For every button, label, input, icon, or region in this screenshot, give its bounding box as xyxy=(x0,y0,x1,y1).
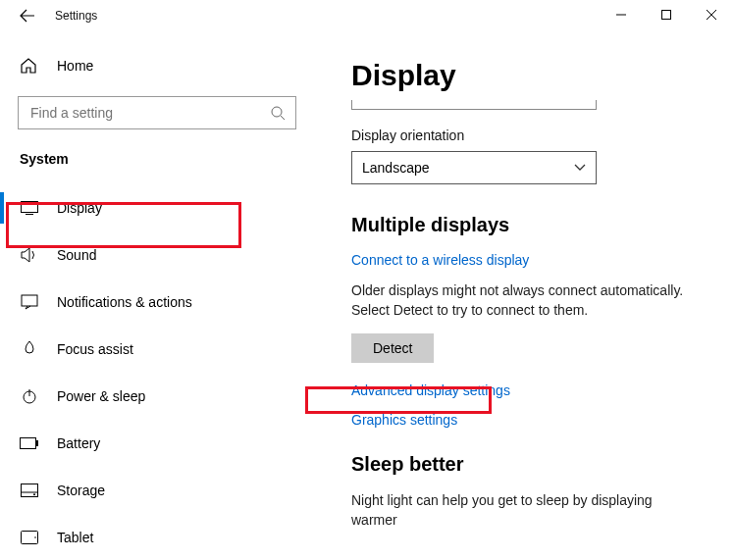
maximize-button[interactable] xyxy=(644,0,689,29)
svg-rect-10 xyxy=(36,440,38,446)
multiple-displays-heading: Multiple displays xyxy=(351,214,697,236)
sidebar-item-label: Focus assist xyxy=(57,341,133,357)
wireless-display-link[interactable]: Connect to a wireless display xyxy=(351,252,697,268)
orientation-label: Display orientation xyxy=(351,127,697,143)
advanced-display-link[interactable]: Advanced display settings xyxy=(351,382,697,398)
sidebar-item-label: Power & sleep xyxy=(57,388,145,404)
window-title: Settings xyxy=(55,9,97,23)
sidebar: Home System Display Sound xyxy=(0,31,314,560)
svg-point-15 xyxy=(34,536,36,538)
power-icon xyxy=(20,388,39,404)
chevron-down-icon xyxy=(574,164,586,172)
svg-rect-1 xyxy=(662,11,671,20)
sidebar-item-label: Display xyxy=(57,200,102,216)
sidebar-item-label: Storage xyxy=(57,483,105,498)
svg-rect-11 xyxy=(22,484,38,497)
arrow-left-icon xyxy=(20,8,35,24)
detect-description: Older displays might not always connect … xyxy=(351,281,697,320)
maximize-icon xyxy=(661,10,671,20)
main-content: Display Display orientation Landscape Mu… xyxy=(314,31,734,560)
display-icon xyxy=(20,201,39,215)
home-icon xyxy=(20,57,39,75)
svg-point-2 xyxy=(272,107,282,117)
minimize-button[interactable] xyxy=(599,0,644,29)
svg-point-13 xyxy=(33,493,35,495)
close-icon xyxy=(707,10,716,20)
sidebar-item-label: Sound xyxy=(57,247,96,263)
battery-icon xyxy=(20,437,39,449)
sleep-better-heading: Sleep better xyxy=(351,453,697,476)
window-controls xyxy=(599,0,734,29)
sidebar-item-sound[interactable]: Sound xyxy=(0,231,314,279)
search-icon xyxy=(270,105,286,121)
close-button[interactable] xyxy=(689,0,734,29)
search-input[interactable] xyxy=(28,104,270,122)
sidebar-item-label: Notifications & actions xyxy=(57,294,192,310)
orientation-value: Landscape xyxy=(362,160,430,176)
sidebar-item-power-sleep[interactable]: Power & sleep xyxy=(0,373,314,420)
notifications-icon xyxy=(20,294,39,310)
graphics-settings-link[interactable]: Graphics settings xyxy=(351,412,697,428)
sidebar-home-label: Home xyxy=(57,58,93,74)
back-button[interactable] xyxy=(16,4,39,27)
search-box[interactable] xyxy=(18,96,296,129)
svg-rect-9 xyxy=(21,438,36,449)
sound-icon xyxy=(20,247,39,263)
orientation-select[interactable]: Landscape xyxy=(351,151,597,184)
svg-line-3 xyxy=(281,116,285,120)
sidebar-item-label: Tablet xyxy=(57,530,93,545)
sidebar-item-tablet[interactable]: Tablet xyxy=(0,514,314,560)
sidebar-item-label: Battery xyxy=(57,435,100,451)
sidebar-item-focus-assist[interactable]: Focus assist xyxy=(0,326,314,373)
svg-rect-4 xyxy=(22,202,38,213)
sidebar-item-display[interactable]: Display xyxy=(0,184,314,231)
svg-rect-6 xyxy=(22,295,37,306)
page-title: Display xyxy=(351,59,697,92)
sleep-better-text: Night light can help you get to sleep by… xyxy=(351,491,697,530)
sidebar-home[interactable]: Home xyxy=(0,47,314,84)
sidebar-nav: Display Sound Notifications & actions Fo… xyxy=(0,177,314,560)
sidebar-item-battery[interactable]: Battery xyxy=(0,420,314,467)
detect-button[interactable]: Detect xyxy=(351,333,434,363)
sidebar-section-label: System xyxy=(0,151,314,177)
sidebar-item-notifications[interactable]: Notifications & actions xyxy=(0,279,314,326)
focus-assist-icon xyxy=(20,340,39,358)
tablet-icon xyxy=(20,531,39,544)
minimize-icon xyxy=(616,10,626,20)
storage-icon xyxy=(20,484,39,497)
divider-bracket xyxy=(351,100,597,110)
sidebar-item-storage[interactable]: Storage xyxy=(0,467,314,514)
